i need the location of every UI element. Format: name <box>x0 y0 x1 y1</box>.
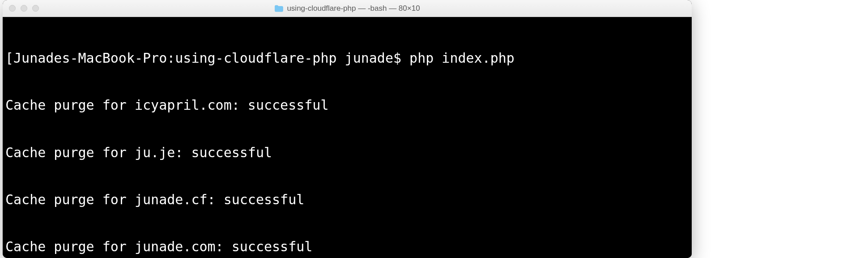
terminal-content[interactable]: [Junades-MacBook-Pro:using-cloudflare-ph… <box>3 17 692 258</box>
terminal-line: [Junades-MacBook-Pro:using-cloudflare-ph… <box>5 50 689 66</box>
terminal-window: using-cloudflare-php — -bash — 80×10 [Ju… <box>3 0 692 258</box>
terminal-line: Cache purge for ju.je: successful <box>5 145 689 160</box>
close-button[interactable] <box>9 5 16 12</box>
terminal-line: Cache purge for junade.cf: successful <box>5 192 689 207</box>
window-title: using-cloudflare-php — -bash — 80×10 <box>274 4 420 13</box>
terminal-line: Cache purge for icyapril.com: successful <box>5 97 689 113</box>
window-controls <box>3 5 39 12</box>
minimize-button[interactable] <box>21 5 27 12</box>
window-title-text: using-cloudflare-php — -bash — 80×10 <box>287 4 420 13</box>
folder-icon <box>274 5 283 12</box>
terminal-line: Cache purge for junade.com: successful <box>5 239 689 254</box>
maximize-button[interactable] <box>32 5 39 12</box>
window-titlebar[interactable]: using-cloudflare-php — -bash — 80×10 <box>3 0 692 17</box>
